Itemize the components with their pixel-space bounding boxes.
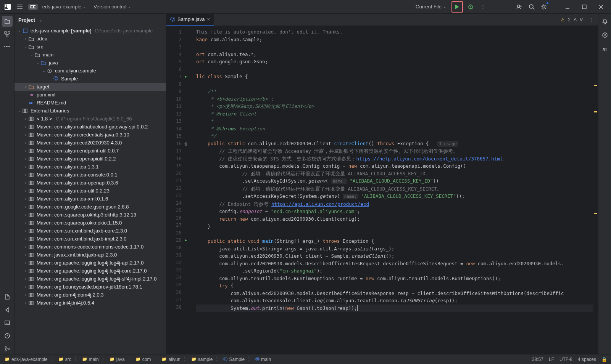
tree-row[interactable]: ›Maven: com.aliyun:ecd20200930:4.3.0 [15,139,166,147]
tree-row[interactable]: ›Maven: javax.xml.bind:jaxb-api:2.3.0 [15,251,166,259]
tree-row[interactable]: ⌄External Libraries [15,107,166,115]
tree-row[interactable]: ›Maven: com.aliyun:openapiutil:0.2.2 [15,155,166,163]
bookmarks-tool-button[interactable] [2,292,13,302]
breadcrumb-item[interactable]: ⒸSample [222,356,246,363]
svg-rect-61 [29,213,30,217]
tree-row[interactable]: ⌄src [15,43,166,51]
svg-rect-4 [5,8,8,9]
tree-row[interactable]: ›Maven: com.aliyun:credentials-java:0.3.… [15,131,166,139]
caret-position[interactable]: 38:57 [532,357,543,362]
tree-row[interactable]: ›Maven: com.sun.xml.bind:jaxb-impl:2.3.0 [15,235,166,243]
search-everywhere-button[interactable] [526,2,537,12]
tree-row[interactable]: ›.idea [15,35,166,43]
line-separator[interactable]: LF [549,357,554,362]
tree-row[interactable]: ›Maven: com.aliyun:tea-openapi:0.3.6 [15,179,166,187]
project-tree[interactable]: ⌄eds-java-example [sample] D:\code\eds-j… [15,26,166,354]
breadcrumb-item[interactable]: 📁sample [190,356,214,363]
svg-point-97 [603,33,607,37]
close-tab-button[interactable]: × [207,16,210,22]
maven-tool-button[interactable]: m [600,43,610,54]
tree-row[interactable]: ›target [15,83,166,91]
breadcrumb-item[interactable]: 📁com [134,356,153,363]
code-with-me-icon[interactable] [514,2,525,12]
tree-row[interactable]: ›Maven: org.apache.logging.log4j:log4j-c… [15,267,166,275]
svg-rect-75 [32,245,33,249]
editor-area: Ⓒ Sample.java × ⚠ 2 ᐱ ᐯ ⋮ 12345678910111… [166,14,598,354]
notifications-button[interactable] [600,16,610,27]
editor-tab-sample[interactable]: Ⓒ Sample.java × [166,14,214,26]
tree-row[interactable]: ›Maven: com.google.code.gson:gson:2.8.8 [15,203,166,211]
build-tool-button[interactable] [2,305,13,315]
tree-row[interactable]: ⌄java [15,59,166,67]
breadcrumb-item[interactable]: 📁main [81,356,100,363]
project-pane-header[interactable]: Project ⌄ [15,14,166,26]
error-stripe[interactable] [593,26,598,354]
tree-row[interactable]: ›< 1.8 > C:\Program Files\Java\jdk1.8.0_… [15,115,166,123]
tree-row[interactable]: ›Maven: org.dom4j:dom4j:2.0.3 [15,291,166,299]
svg-rect-81 [32,261,33,265]
project-tool-button[interactable] [2,16,13,27]
code-content[interactable]: This file is auto-generated, don't edit … [189,26,598,354]
breadcrumb-item[interactable]: ⓜmain [254,356,272,363]
problems-tool-button[interactable] [2,330,13,341]
tree-row[interactable]: ›Maven: com.aliyun:tea-util:0.2.23 [15,187,166,195]
breadcrumb-item[interactable]: 📁eds-java-example [3,356,49,363]
breadcrumb-item[interactable]: 📁aliyun [160,356,182,363]
tree-row[interactable]: mpom.xml [15,91,166,99]
breadcrumb-item[interactable]: 📁src [57,356,73,363]
tree-row[interactable]: ⒸSample [15,75,166,83]
svg-rect-74 [31,245,32,249]
tree-row[interactable]: ›Maven: org.apache.logging.log4j:log4j-a… [15,259,166,267]
tree-row[interactable]: ›Maven: com.sun.xml.bind:jaxb-core:2.3.0 [15,227,166,235]
vcs-tool-button[interactable] [2,343,13,354]
tree-row[interactable]: ›Maven: com.squareup.okio:okio:1.15.0 [15,219,166,227]
window-close-button[interactable] [593,0,609,14]
settings-button[interactable] [538,2,549,12]
breadcrumb-item[interactable]: 📁java [108,356,126,363]
window-maximize-button[interactable] [577,0,592,14]
tree-row[interactable]: ⌄main [15,51,166,59]
editor-more-button[interactable]: ⋮ [590,17,594,22]
tree-row[interactable]: M↓README.md [15,99,166,107]
indent-setting[interactable]: 4 spaces [578,357,596,362]
tree-row[interactable]: ›Maven: com.aliyun:tea-xml:0.1.6 [15,195,166,203]
code-editor[interactable]: 1234567891011121314151617181920212223242… [166,26,598,354]
editor-inspection-widget[interactable]: ⚠ 2 ᐱ ᐯ ⋮ [561,14,598,26]
tree-row[interactable]: ›Maven: org.apache.logging.log4j:log4j-s… [15,275,166,283]
tree-row[interactable]: ›Maven: org.ini4j:ini4j:0.5.4 [15,299,166,307]
svg-point-21 [49,70,50,71]
svg-rect-36 [32,141,33,145]
tree-row[interactable]: ›Maven: com.aliyun:alibabacloud-gateway-… [15,123,166,131]
run-button[interactable] [451,1,463,13]
debug-button[interactable] [465,2,476,12]
readonly-toggle-icon[interactable]: 🔒 [601,357,607,362]
more-actions-button[interactable]: ⋮ [477,2,488,12]
project-dropdown[interactable]: eds-java-example ⌄ [39,2,89,11]
more-tools-button[interactable]: ••• [4,43,11,50]
window-minimize-button[interactable] [560,0,575,14]
run-config-dropdown[interactable]: Current File ⌄ [413,2,449,11]
prev-highlight-button[interactable]: ᐱ [574,17,577,22]
tree-row[interactable]: ›Maven: com.aliyun:tea:1.3.1 [15,163,166,171]
svg-rect-44 [31,165,32,169]
breadcrumbs[interactable]: 📁eds-java-example〉📁src〉📁main〉📁java〉📁com〉… [0,356,272,363]
tree-row[interactable]: ›Maven: org.bouncycastle:bcprov-jdk18on:… [15,283,166,291]
tree-row[interactable]: ›Maven: com.squareup.okhttp3:okhttp:3.12… [15,211,166,219]
line-gutter[interactable]: 1234567891011121314151617181920212223242… [166,26,189,354]
tree-row[interactable]: ›Maven: commons-codec:commons-codec:1.17… [15,243,166,251]
ij-logo-icon[interactable] [2,2,13,12]
file-encoding[interactable]: UTF-8 [559,357,572,362]
project-pane-title: Project [18,17,35,23]
svg-rect-56 [31,197,32,201]
svg-rect-71 [31,237,32,241]
next-highlight-button[interactable]: ᐯ [580,17,583,22]
tree-row[interactable]: ⌄eds-java-example [sample] D:\code\eds-j… [15,27,166,35]
main-menu-button[interactable] [15,2,25,12]
tree-row[interactable]: ›Maven: com.aliyun:tea-console:0.0.1 [15,171,166,179]
terminal-tool-button[interactable] [2,317,13,328]
vcs-menu[interactable]: Version control ⌄ [90,2,134,11]
tree-row[interactable]: ⌄com.aliyun.sample [15,67,166,75]
tree-row[interactable]: ›Maven: com.aliyun:endpoint-util:0.0.7 [15,147,166,155]
structure-tool-button[interactable] [2,29,13,40]
ai-assistant-button[interactable] [600,30,610,40]
